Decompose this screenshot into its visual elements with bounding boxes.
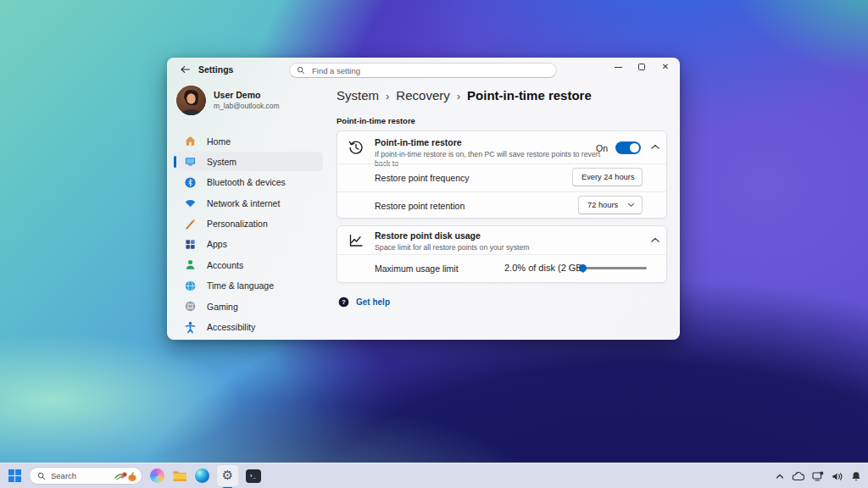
accessibility-icon <box>184 321 197 334</box>
retention-dropdown[interactable]: 72 hours <box>578 196 643 214</box>
max-usage-value: 2.0% of disk (2 GB) <box>504 263 585 273</box>
sidebar-item-label: Time & language <box>207 280 274 291</box>
section-label: Point-in-time restore <box>337 116 415 125</box>
get-help-link[interactable]: ? Get help <box>338 297 390 308</box>
titlebar: Settings ✕ <box>167 58 680 81</box>
sidebar-nav: Home System Bluetooth & devices <box>174 131 323 338</box>
sidebar-item-bluetooth-devices[interactable]: Bluetooth & devices <box>174 173 323 192</box>
help-icon: ? <box>338 297 349 308</box>
tray-chevron-up-icon[interactable] <box>776 473 784 480</box>
terminal-icon: ›_ <box>246 469 261 483</box>
breadcrumb-system[interactable]: System <box>337 88 379 103</box>
restore-title: Point-in-time restore <box>375 137 604 149</box>
user-profile[interactable]: User Demo m_lab@outlook.com <box>176 86 280 115</box>
window-title: Settings <box>198 64 233 75</box>
retention-label: Restore point retention <box>375 201 465 211</box>
xbox-icon <box>184 300 197 313</box>
frequency-label: Restore point frequency <box>375 173 469 183</box>
sidebar-item-label: Gaming <box>207 302 238 312</box>
sidebar-item-label: Apps <box>207 239 227 249</box>
sidebar-item-label: Bluetooth & devices <box>207 177 286 187</box>
bluetooth-icon <box>184 176 197 189</box>
sidebar-item-apps[interactable]: Apps <box>174 235 323 254</box>
disk-usage-title: Restore point disk usage <box>375 230 620 242</box>
retention-value: 72 hours <box>587 201 618 209</box>
accounts-icon <box>184 258 197 271</box>
brush-icon <box>184 218 197 230</box>
edge-icon <box>195 469 209 483</box>
profile-email: m_lab@outlook.com <box>214 102 280 111</box>
avatar <box>176 86 206 115</box>
settings-search[interactable] <box>289 63 557 78</box>
sidebar-item-label: Personalization <box>207 219 268 229</box>
breadcrumb: System › Recovery › Point-in-time restor… <box>337 88 592 103</box>
settings-taskbar-button[interactable]: ⚙ <box>217 465 238 486</box>
taskbar: Search ⚙ ›_ <box>0 463 868 488</box>
maximize-icon <box>638 64 645 70</box>
copilot-button[interactable] <box>150 469 164 483</box>
search-icon <box>297 66 305 75</box>
sidebar-item-label: Network & internet <box>207 198 280 208</box>
volume-icon[interactable] <box>832 472 843 481</box>
breadcrumb-recovery[interactable]: Recovery <box>396 88 449 103</box>
toggle-knob <box>630 143 639 152</box>
minimize-button[interactable] <box>606 58 630 76</box>
globe-clock-icon <box>184 280 197 292</box>
close-button[interactable]: ✕ <box>654 58 677 76</box>
back-button[interactable] <box>175 61 195 78</box>
frequency-value: Every 24 hours <box>581 173 635 181</box>
taskbar-search-label: Search <box>51 471 108 480</box>
sidebar-item-label: Accessibility <box>207 322 255 332</box>
chart-icon <box>348 232 364 249</box>
sidebar-item-system[interactable]: System <box>174 152 323 171</box>
slider-track[interactable] <box>583 267 647 269</box>
toggle-state-label: On <box>596 143 608 153</box>
taskbar-search[interactable]: Search <box>29 467 142 485</box>
copilot-icon <box>150 469 164 483</box>
restore-description: If point-in-time restore is on, then PC … <box>375 150 604 169</box>
sidebar-item-time-language[interactable]: Time & language <box>174 276 323 296</box>
file-explorer-button[interactable] <box>172 469 187 483</box>
apps-icon <box>184 238 197 251</box>
terminal-button[interactable]: ›_ <box>246 469 261 483</box>
sidebar-item-label: System <box>207 157 236 167</box>
profile-text: User Demo m_lab@outlook.com <box>214 90 280 110</box>
usage-slider[interactable] <box>579 264 647 272</box>
folder-icon <box>172 469 187 483</box>
chevron-up-icon[interactable] <box>650 143 660 151</box>
settings-window: Settings ✕ <box>167 58 680 340</box>
system-tray <box>776 463 861 488</box>
sidebar-item-network-internet[interactable]: Network & internet <box>174 193 323 213</box>
wifi-icon <box>184 197 197 209</box>
find-setting-input[interactable] <box>310 65 549 76</box>
sidebar-item-accounts[interactable]: Accounts <box>174 255 323 274</box>
selected-indicator <box>174 156 176 168</box>
sidebar-item-gaming[interactable]: Gaming <box>174 297 323 316</box>
restore-card: Point-in-time restore If point-in-time r… <box>337 130 667 219</box>
breadcrumb-current: Point-in-time restore <box>467 88 592 103</box>
chevron-up-icon[interactable] <box>650 236 660 244</box>
notification-bell-icon[interactable] <box>851 471 861 481</box>
start-button[interactable] <box>8 469 21 482</box>
slider-thumb[interactable] <box>579 264 587 272</box>
home-icon <box>184 135 197 147</box>
restore-toggle[interactable] <box>615 141 641 154</box>
sidebar-item-accessibility[interactable]: Accessibility <box>174 318 323 337</box>
network-icon[interactable] <box>812 471 824 481</box>
windows-logo-icon <box>8 469 21 482</box>
sidebar-item-home[interactable]: Home <box>174 131 323 151</box>
sidebar-item-personalization[interactable]: Personalization <box>174 214 323 234</box>
svg-text:?: ? <box>342 298 346 306</box>
search-highlight-image <box>114 469 139 483</box>
chevron-down-icon <box>627 202 635 208</box>
onedrive-cloud-icon[interactable] <box>792 472 804 481</box>
frequency-dropdown[interactable]: Every 24 hours <box>572 168 643 186</box>
sidebar-item-label: Home <box>207 136 231 147</box>
edge-button[interactable] <box>195 469 209 483</box>
get-help-label: Get help <box>356 297 390 307</box>
disk-usage-description: Space limit for all restore points on yo… <box>375 243 620 252</box>
breadcrumb-separator: › <box>386 89 389 103</box>
close-icon: ✕ <box>662 63 669 71</box>
maximize-button[interactable] <box>630 58 654 76</box>
gear-icon: ⚙ <box>222 469 233 482</box>
